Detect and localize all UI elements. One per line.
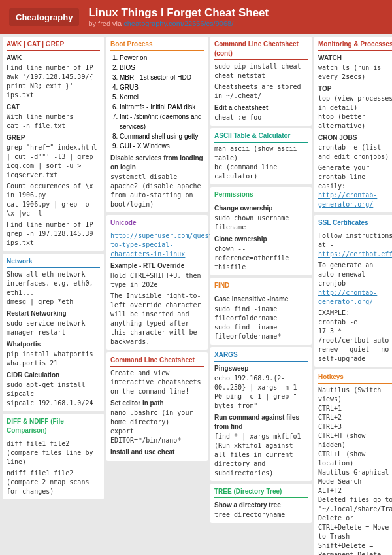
ssl-example: EXAMPLE:crontab -e17 3 * /root/certbot-a… bbox=[318, 309, 392, 363]
card-find: FIND Case insensitive -iname sudo find -… bbox=[210, 278, 312, 345]
card-diff: DIFF & NDIFF (File Comparison) diff file… bbox=[3, 414, 104, 499]
ascii-code: man ascii (show ascii table)bc (command … bbox=[214, 144, 308, 181]
subheader-pingsweep: Pingsweep bbox=[214, 364, 308, 373]
cron-desc: Generate your crontab line easily: bbox=[318, 163, 392, 191]
subheader-watch: WATCH bbox=[318, 54, 392, 63]
card-header-cmdline: Command Line Cheatsheet bbox=[110, 356, 204, 367]
card-tree: TREE (Directory Tree) Show a directory t… bbox=[210, 484, 312, 523]
restart-code: sudo service network-manager restart bbox=[7, 319, 100, 337]
card-header-cmdline-cont: Command Line Cheatsheet (cont) bbox=[214, 40, 308, 60]
cmdline-desc: Create and view interactive cheatsheets … bbox=[110, 369, 204, 396]
cat-desc: With line numbers bbox=[7, 112, 100, 122]
card-header-boot: Boot Process bbox=[110, 40, 204, 51]
card-xargs: XARGS Pingsweep echo 192.168.9.{2-00..25… bbox=[210, 347, 312, 481]
col-4: Monitoring & Processes WATCH watch ls (r… bbox=[314, 37, 392, 555]
col-2: Boot Process Power on BIOS MBR - 1st sec… bbox=[106, 37, 208, 555]
card-network: Network Show all eth network interfaces,… bbox=[3, 254, 104, 411]
hotkeys-list: Nautilus (Switch views) CTRL+1 CTRL+2 CT… bbox=[318, 386, 392, 555]
find-iname-code: sudo find -iname fileorfoldername bbox=[214, 305, 308, 323]
rtl-desc2: The Invisible right-to-left override cha… bbox=[110, 292, 204, 346]
subheader-case-insensitive: Case insensitive -iname bbox=[214, 295, 308, 304]
ssl-desc2: To generate an auto-renewal cronjob - ht… bbox=[318, 261, 392, 307]
disable-code: systemctl disableapache2 (disable apache… bbox=[110, 173, 204, 209]
diff-code1: diff file1 file2 (compare files line by … bbox=[7, 439, 100, 467]
cheatsheets-stored: Cheatsheets are stored in ~/.cheat/ bbox=[214, 82, 308, 101]
subheader-show-tree: Show a directory tree bbox=[214, 501, 308, 510]
card-ascii: ASCII Table & Calculator man ascii (show… bbox=[210, 128, 312, 184]
card-header-ssl: SSL Certificates bbox=[318, 218, 392, 229]
cidr-code: sudo apt-get install sipcalcsipcalc 192.… bbox=[7, 380, 100, 408]
card-boot: Boot Process Power on BIOS MBR - 1st sec… bbox=[106, 37, 208, 212]
cron-code: crontab -e (list and edit cronjobs) bbox=[318, 143, 392, 161]
card-cmdline-cont: Command Line Cheatsheet (cont) sudo pip … bbox=[210, 37, 312, 126]
cmdline-cont-code: sudo pip install cheatcheat netstat bbox=[214, 62, 308, 80]
xargs-find-code: find * | xargs mkfifo1 (Run xkfifo1 agai… bbox=[214, 432, 308, 478]
edit-cheat-code: cheat :e foo bbox=[214, 113, 308, 122]
subheader-run-from-find: Run command against files from find bbox=[214, 413, 308, 431]
card-header-monitoring: Monitoring & Processes bbox=[318, 40, 392, 51]
cat-code: cat -n file.txt bbox=[7, 122, 100, 131]
unicode-link: http://superuser.com/questions/59418/how… bbox=[110, 231, 204, 259]
boot-list: Power on BIOS MBR - 1st sector of HDD GR… bbox=[110, 53, 204, 151]
awk-code: awk '/197.128.145.39/{print NR; exit }'i… bbox=[7, 73, 100, 100]
ssl-desc: Follow instructions at -https://certbot.… bbox=[318, 231, 392, 259]
col-1: AWK | CAT | GREP AWK Find line number of… bbox=[3, 37, 104, 555]
subheader-install-cheat: Install and use cheat bbox=[110, 448, 204, 457]
logo: Cheatography bbox=[9, 8, 79, 26]
subheader-whatportis: Whatportis bbox=[7, 340, 100, 349]
card-header-unicode: Unicode bbox=[110, 218, 204, 229]
page-title: Linux Things I Forget Cheat Sheet bbox=[88, 7, 269, 20]
pingsweep-code: echo 192.168.9.{2-00..250} | xargs -n 1 … bbox=[214, 374, 308, 411]
chown-code: sudo chown username filename bbox=[214, 214, 308, 232]
awk-desc: Find line number of IP bbox=[7, 63, 100, 73]
tree-code: tree directoryname bbox=[214, 511, 308, 520]
network-code1: dmesg | grep *eth bbox=[7, 297, 100, 307]
card-cmdline: Command Line Cheatsheet Create and view … bbox=[106, 352, 208, 461]
watch-code: watch ls (run is every 2secs) bbox=[318, 63, 392, 82]
subheader-chown: Change ownership bbox=[214, 204, 308, 213]
subheader-edit-cheat: Edit a cheatsheet bbox=[214, 103, 308, 112]
card-header-hotkeys: Hotkeys bbox=[318, 373, 392, 384]
col-3: Command Line Cheatsheet (cont) sudo pip … bbox=[210, 37, 312, 555]
grep-code1: grep "href=" index.html | cut -d'"' -l3 … bbox=[7, 143, 100, 180]
subheader-restart: Restart Networking bbox=[7, 309, 100, 318]
card-header-permissions: Permissions bbox=[214, 190, 308, 201]
header: Cheatography Linux Things I Forget Cheat… bbox=[0, 0, 392, 34]
cron-link: http://crontab-generator.org/ bbox=[318, 191, 392, 209]
subheader-cidr: CIDR Calculation bbox=[7, 371, 100, 380]
grep-desc3: Find line number of IP bbox=[7, 220, 100, 229]
subheader-clone-ownership: Clone ownership bbox=[214, 235, 308, 244]
subheader-cat: CAT bbox=[7, 103, 100, 112]
card-header-diff: DIFF & NDIFF (File Comparison) bbox=[7, 417, 100, 437]
card-ssl: SSL Certificates Follow instructions at … bbox=[314, 215, 392, 367]
card-header-awk: AWK | CAT | GREP bbox=[7, 40, 100, 51]
clone-code: chown --reference=otherfile thisfile bbox=[214, 244, 308, 272]
subheader-cron: CRON JOBS bbox=[318, 133, 392, 143]
subheader-rtl: Example - RTL Override bbox=[110, 261, 204, 271]
subheader-grep: GREP bbox=[7, 133, 100, 143]
subheader-disable-services: Disable services from loading on login bbox=[110, 154, 204, 172]
header-title: Linux Things I Forget Cheat Sheet by fre… bbox=[88, 7, 269, 27]
diff-code2: ndiff file1 file2(compare 2 nmap scans f… bbox=[7, 469, 100, 496]
page-subtitle: by fred via cheatography.com/22666/cs/90… bbox=[88, 20, 269, 27]
network-desc1: Show all eth network interfaces, e.g. et… bbox=[7, 270, 100, 297]
card-monitoring: Monitoring & Processes WATCH watch ls (r… bbox=[314, 37, 392, 212]
card-header-tree: TREE (Directory Tree) bbox=[214, 487, 308, 498]
grep-code2: cat 1906.py | grep -o \x |wc -l bbox=[7, 200, 100, 218]
subheader-awk: AWK bbox=[7, 54, 100, 63]
subheader-editor: Set editor in path bbox=[110, 399, 204, 408]
card-header-network: Network bbox=[7, 257, 100, 268]
subheader-top: TOP bbox=[318, 84, 392, 93]
top-code: top (view processes in detail)htop (bett… bbox=[318, 94, 392, 131]
card-awk-cat-grep: AWK | CAT | GREP AWK Find line number of… bbox=[3, 37, 104, 251]
grep-desc2: Count occurences of \x in 1906.py bbox=[7, 182, 100, 200]
rtl-desc: Hold CTRL+SHIFT+U, then type in 202e bbox=[110, 271, 204, 290]
card-header-find: FIND bbox=[214, 281, 308, 292]
main-content: AWK | CAT | GREP AWK Find line number of… bbox=[0, 34, 392, 555]
card-permissions: Permissions Change ownership sudo chown … bbox=[210, 187, 312, 275]
card-unicode: Unicode http://superuser.com/questions/5… bbox=[106, 215, 208, 350]
editor-code: nano .bashrc (in your home directory)exp… bbox=[110, 409, 204, 445]
card-hotkeys: Hotkeys Nautilus (Switch views) CTRL+1 C… bbox=[314, 369, 392, 555]
card-header-ascii: ASCII Table & Calculator bbox=[214, 131, 308, 143]
find-iname-code2: sudo find -iname fileorfoldername* bbox=[214, 323, 308, 341]
